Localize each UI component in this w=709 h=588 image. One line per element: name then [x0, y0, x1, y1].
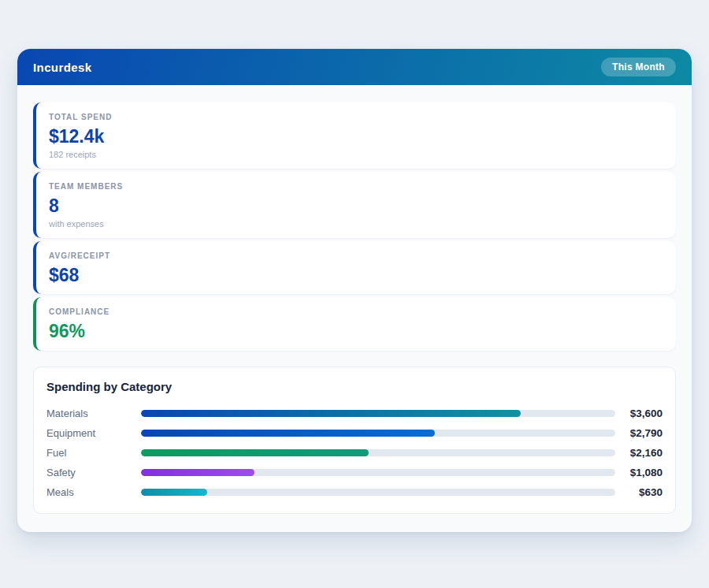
category-label: Safety: [46, 467, 141, 478]
category-label: Equipment: [46, 427, 141, 439]
period-badge[interactable]: This Month: [601, 58, 676, 76]
category-label: Materials: [46, 408, 141, 419]
stat-card-compliance: COMPLIANCE96%: [33, 297, 676, 350]
stat-label: TOTAL SPEND: [49, 113, 663, 121]
category-bar-fill: [141, 449, 369, 456]
category-bar-track: [141, 410, 615, 417]
category-bar-track: [141, 489, 615, 496]
category-bar-track: [141, 430, 615, 437]
category-label: Fuel: [46, 447, 141, 459]
dashboard-panel: Incurdesk This Month TOTAL SPEND$12.4k18…: [17, 49, 692, 532]
category-bar-fill: [141, 410, 521, 417]
stat-label: COMPLIANCE: [49, 307, 663, 316]
category-bar-fill: [141, 430, 435, 437]
category-label: Meals: [46, 486, 141, 498]
category-row-meals: Meals$630: [46, 482, 663, 502]
category-row-safety: Safety$1,080: [46, 463, 663, 482]
category-chart-title: Spending by Category: [46, 380, 663, 393]
category-value: $3,600: [622, 408, 663, 419]
category-row-fuel: Fuel$2,160: [46, 443, 663, 463]
category-value: $2,160: [622, 447, 663, 459]
stat-value: 8: [49, 196, 663, 215]
category-bar-fill: [141, 489, 207, 496]
stat-card-team-members: TEAM MEMBERS8with expenses: [33, 172, 676, 238]
category-value: $1,080: [622, 467, 663, 478]
category-bar-track: [141, 449, 615, 456]
stat-value: $68: [49, 266, 663, 285]
category-row-materials: Materials$3,600: [46, 404, 663, 423]
category-value: $630: [622, 486, 663, 498]
stat-card-avg-receipt: AVG/RECEIPT$68: [33, 241, 676, 294]
category-value: $2,790: [622, 427, 663, 439]
app-title: Incurdesk: [33, 61, 91, 74]
spending-by-category-card: Spending by Category Materials$3,600Equi…: [33, 367, 676, 514]
category-bar-fill: [141, 469, 254, 476]
category-rows: Materials$3,600Equipment$2,790Fuel$2,160…: [46, 404, 663, 502]
stat-value: 96%: [49, 322, 663, 341]
stat-label: TEAM MEMBERS: [49, 182, 663, 191]
app-header: Incurdesk This Month: [17, 49, 692, 85]
category-bar-track: [141, 469, 615, 476]
stat-subtext: 182 receipts: [49, 150, 663, 159]
category-row-equipment: Equipment$2,790: [46, 423, 663, 443]
stat-card-total-spend: TOTAL SPEND$12.4k182 receipts: [33, 102, 676, 169]
stats-list: TOTAL SPEND$12.4k182 receiptsTEAM MEMBER…: [33, 102, 676, 351]
stat-label: AVG/RECEIPT: [49, 251, 663, 260]
stat-value: $12.4k: [49, 127, 663, 146]
dashboard-content: TOTAL SPEND$12.4k182 receiptsTEAM MEMBER…: [17, 85, 692, 514]
stat-subtext: with expenses: [49, 219, 663, 229]
